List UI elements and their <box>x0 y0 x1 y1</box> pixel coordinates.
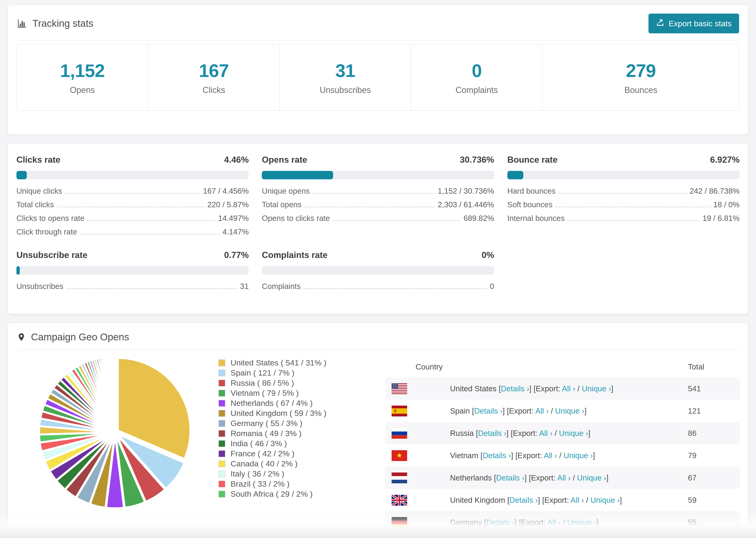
details-link[interactable]: Details › <box>478 429 507 438</box>
table-row: Vietnam [Details ›] [Export: All › / Uni… <box>385 444 739 467</box>
export-all-link[interactable]: All › <box>562 384 575 393</box>
rate-stat-value: 689.82% <box>463 214 494 223</box>
geo-pie-chart[interactable] <box>39 356 191 509</box>
legend-label: Netherlands ( 67 / 4% ) <box>231 398 313 408</box>
legend-label: South Africa ( 29 / 2% ) <box>231 489 313 499</box>
legend-swatch <box>218 460 225 467</box>
progress-bar <box>17 171 249 179</box>
rate-stat-value: 4.147% <box>222 227 249 237</box>
export-basic-stats-button[interactable]: Export basic stats <box>648 14 739 33</box>
legend-swatch <box>218 410 225 417</box>
legend-item[interactable]: Russia ( 86 / 5% ) <box>218 378 350 388</box>
export-unique-link[interactable]: Unique › <box>567 518 597 527</box>
table-row: Netherlands [Details ›] [Export: All › /… <box>385 467 739 489</box>
stat-value: 167 <box>199 60 229 81</box>
details-link[interactable]: Details › <box>474 406 503 415</box>
rates-card: Clicks rate 4.46% Unique clicks 167 / 4.… <box>8 143 748 314</box>
legend-item[interactable]: Italy ( 36 / 2% ) <box>218 469 350 479</box>
legend-item[interactable]: India ( 46 / 3% ) <box>218 439 350 449</box>
rate-stat-row: Click through rate 4.147% <box>17 227 249 237</box>
rate-stat-label: Total clicks <box>17 200 54 209</box>
legend-swatch <box>218 420 225 427</box>
stat-value: 279 <box>626 60 656 81</box>
rate-title: Bounce rate <box>507 155 558 165</box>
legend-label: Vietnam ( 79 / 5% ) <box>231 388 298 398</box>
export-all-link[interactable]: All › <box>557 473 570 482</box>
export-unique-link[interactable]: Unique › <box>590 496 620 505</box>
rate-stat-label: Unique clicks <box>17 187 62 196</box>
legend-item[interactable]: Canada ( 40 / 2% ) <box>218 459 350 469</box>
rate-stat-row: Unique opens 1,152 / 30.736% <box>262 187 494 196</box>
legend-swatch <box>218 430 225 437</box>
legend-item[interactable]: Netherlands ( 67 / 4% ) <box>218 398 350 408</box>
table-row: United Kingdom [Details ›] [Export: All … <box>385 489 739 511</box>
rate-stat-label: Hard bounces <box>507 187 556 196</box>
legend-item[interactable]: United States ( 541 / 31% ) <box>218 358 350 368</box>
country-total: 541 <box>688 384 739 393</box>
legend-label: Russia ( 86 / 5% ) <box>231 378 294 388</box>
country-flag-icon <box>392 450 407 461</box>
legend-swatch <box>218 400 225 407</box>
export-all-link[interactable]: All › <box>547 518 561 527</box>
export-all-link[interactable]: All › <box>535 406 549 415</box>
section-title: Campaign Geo Opens <box>31 331 129 343</box>
dotted-leader <box>66 288 237 289</box>
legend-item[interactable]: Brazil ( 33 / 2% ) <box>218 479 350 489</box>
progress-bar <box>262 171 494 179</box>
export-unique-link[interactable]: Unique › <box>564 451 593 460</box>
legend-item[interactable]: United Kingdom ( 59 / 3% ) <box>218 408 350 418</box>
dotted-leader <box>567 220 700 221</box>
rate-stat-value: 31 <box>240 282 249 291</box>
legend-swatch <box>218 470 225 477</box>
legend-swatch <box>218 480 225 488</box>
rate-stat-value: 242 / 86.738% <box>689 187 739 196</box>
legend-item[interactable]: Romania ( 49 / 3% ) <box>218 428 350 439</box>
progress-bar <box>507 171 739 179</box>
rate-stat-row: Unsubscribes 31 <box>17 282 249 291</box>
export-unique-link[interactable]: Unique › <box>577 473 607 482</box>
export-all-link[interactable]: All › <box>570 496 584 505</box>
rate-stat-row: Total opens 2,303 / 61.446% <box>262 200 494 209</box>
export-all-link[interactable]: All › <box>544 451 557 460</box>
legend-item[interactable]: Spain ( 121 / 7% ) <box>218 368 350 378</box>
progress-bar-fill <box>17 171 27 179</box>
legend-swatch <box>218 369 225 377</box>
country-total: 55 <box>688 518 739 527</box>
rate-stat-label: Clicks to opens rate <box>17 214 84 223</box>
rate-stat-row: Internal bounces 19 / 6.81% <box>507 214 739 223</box>
country-name: United States <box>450 384 499 393</box>
dotted-leader <box>333 220 460 221</box>
details-link[interactable]: Details › <box>510 496 538 505</box>
column-header-total: Total <box>688 362 739 371</box>
table-row: Germany [Details ›] [Export: All › / Uni… <box>385 511 739 527</box>
stat-value: 0 <box>472 60 482 81</box>
country-name: Germany <box>450 518 484 527</box>
export-unique-link[interactable]: Unique › <box>582 384 611 393</box>
legend-swatch <box>218 359 225 366</box>
export-unique-link[interactable]: Unique › <box>555 406 584 415</box>
export-unique-link[interactable]: Unique › <box>559 429 588 438</box>
legend-item[interactable]: Germany ( 55 / 3% ) <box>218 418 350 428</box>
legend-label: Germany ( 55 / 3% ) <box>231 418 302 428</box>
legend-swatch <box>218 491 225 498</box>
rate-value: 4.46% <box>224 155 249 165</box>
rate-value: 30.736% <box>460 155 494 165</box>
rate-stat-label: Internal bounces <box>507 214 565 223</box>
dotted-leader <box>57 207 205 207</box>
details-link[interactable]: Details › <box>483 451 511 460</box>
export-all-link[interactable]: All › <box>539 429 553 438</box>
legend-item[interactable]: France ( 42 / 2% ) <box>218 449 350 459</box>
map-pin-icon <box>17 333 26 342</box>
tracking-stats-card: Tracking stats Export basic stats 1,152 … <box>8 5 748 134</box>
dotted-leader <box>87 220 215 221</box>
legend-item[interactable]: South Africa ( 29 / 2% ) <box>218 489 350 499</box>
details-link[interactable]: Details › <box>496 473 524 482</box>
details-link[interactable]: Details › <box>486 518 514 527</box>
rate-block: Unsubscribe rate 0.77% Unsubscribes 31 <box>17 250 249 291</box>
rate-stat-row: Complaints 0 <box>262 282 494 291</box>
geo-country-table: Country Total United States [Details ›] … <box>385 356 739 527</box>
legend-item[interactable]: Vietnam ( 79 / 5% ) <box>218 388 350 398</box>
details-link[interactable]: Details › <box>501 384 529 393</box>
legend-swatch <box>218 380 225 387</box>
table-row: Spain [Details ›] [Export: All › / Uniqu… <box>385 400 739 422</box>
